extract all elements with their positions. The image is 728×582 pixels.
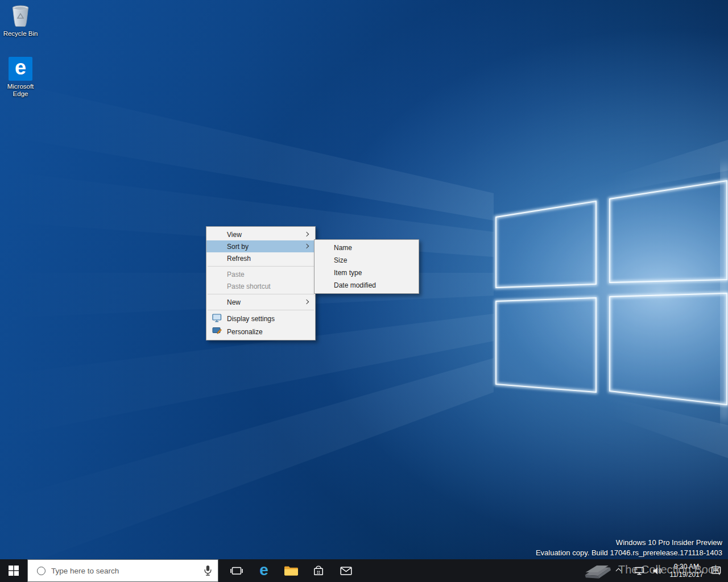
- system-watermark: Windows 10 Pro Insider Preview Evaluatio…: [536, 538, 722, 558]
- task-view-button[interactable]: [223, 559, 250, 582]
- tray-network-button[interactable]: [630, 559, 648, 582]
- menu-label: Paste shortcut: [227, 282, 271, 290]
- edge-icon: e: [259, 562, 268, 578]
- edge-icon: e: [9, 57, 32, 81]
- network-icon: [634, 567, 644, 575]
- menu-separator: [208, 266, 314, 267]
- menu-separator: [208, 294, 314, 294]
- menu-label: Date modified: [334, 281, 376, 289]
- context-menu-item-paste-shortcut: Paste shortcut: [206, 280, 315, 292]
- menu-label: Name: [334, 244, 352, 252]
- menu-separator: [208, 310, 314, 310]
- watermark-build: Evaluation copy. Build 17046.rs_prerelea…: [536, 548, 722, 558]
- context-menu-item-display-settings[interactable]: Display settings: [206, 312, 315, 325]
- clock-date: 11/19/2017: [669, 571, 704, 579]
- search-circle-icon: [37, 567, 46, 575]
- context-menu-item-new[interactable]: New: [206, 296, 315, 308]
- submenu-item-item-type[interactable]: Item type: [315, 267, 419, 279]
- windows-start-icon: [9, 566, 19, 576]
- desktop-icon-microsoft-edge[interactable]: e Microsoft Edge: [1, 56, 40, 98]
- submenu-arrow-icon: [304, 232, 309, 236]
- taskbar-edge-button[interactable]: e: [250, 559, 278, 582]
- menu-label: Refresh: [227, 255, 251, 263]
- submenu-item-size[interactable]: Size: [315, 254, 419, 267]
- tray-volume-button[interactable]: [648, 559, 666, 582]
- start-button[interactable]: [0, 559, 27, 582]
- submenu-item-date-modified[interactable]: Date modified: [315, 279, 419, 292]
- mail-button[interactable]: [332, 559, 359, 582]
- tray-chevron-button[interactable]: [613, 559, 624, 582]
- task-view-icon: [230, 564, 243, 577]
- sort-by-submenu: Name Size Item type Date modified: [314, 239, 419, 294]
- display-settings-icon: [212, 314, 222, 323]
- microphone-icon[interactable]: [204, 565, 212, 576]
- menu-label: New: [227, 298, 241, 306]
- context-menu-item-paste: Paste: [206, 268, 315, 280]
- submenu-arrow-icon: [304, 300, 309, 304]
- menu-label: Display settings: [227, 315, 275, 323]
- menu-label: Paste: [227, 271, 245, 278]
- submenu-arrow-icon: [304, 244, 309, 248]
- recycle-bin-icon: [9, 3, 32, 28]
- action-center-icon: [711, 566, 721, 575]
- menu-label: Personalize: [227, 328, 263, 336]
- store-button[interactable]: [305, 559, 332, 582]
- menu-label: Sort by: [227, 243, 249, 251]
- desktop-icon-recycle-bin[interactable]: Recycle Bin: [1, 3, 40, 38]
- context-menu-item-sort-by[interactable]: Sort by: [206, 240, 315, 252]
- menu-label: Size: [334, 256, 347, 264]
- watermark-edition: Windows 10 Pro Insider Preview: [536, 538, 722, 548]
- desktop-context-menu: View Sort by Refresh Paste Paste shortcu…: [206, 226, 316, 340]
- context-menu-item-refresh[interactable]: Refresh: [206, 252, 315, 264]
- store-icon: [313, 565, 324, 576]
- context-menu-item-view[interactable]: View: [206, 228, 315, 240]
- edge-glyph: e: [15, 57, 26, 78]
- desktop[interactable]: Recycle Bin e Microsoft Edge View Sort b…: [0, 0, 728, 582]
- search-placeholder: Type here to search: [51, 567, 204, 575]
- chevron-up-icon: [616, 568, 622, 573]
- file-explorer-button[interactable]: [278, 559, 305, 582]
- mail-icon: [340, 566, 352, 576]
- clock-time: 9:30 AM: [669, 563, 704, 571]
- submenu-item-name[interactable]: Name: [315, 242, 419, 254]
- icon-label-recycle-bin: Recycle Bin: [1, 30, 40, 38]
- file-explorer-icon: [284, 565, 299, 577]
- icon-label-microsoft-edge: Microsoft Edge: [1, 83, 40, 98]
- taskbar: Type here to search e: [0, 559, 728, 582]
- taskbar-clock[interactable]: 9:30 AM 11/19/2017: [666, 563, 707, 579]
- volume-icon: [652, 567, 662, 575]
- system-tray: 9:30 AM 11/19/2017: [613, 559, 728, 582]
- menu-label: Item type: [334, 269, 362, 277]
- action-center-button[interactable]: [707, 559, 728, 582]
- context-menu-item-personalize[interactable]: Personalize: [206, 325, 315, 338]
- menu-label: View: [227, 231, 242, 239]
- taskbar-search[interactable]: Type here to search: [27, 559, 218, 582]
- personalize-icon: [212, 327, 222, 336]
